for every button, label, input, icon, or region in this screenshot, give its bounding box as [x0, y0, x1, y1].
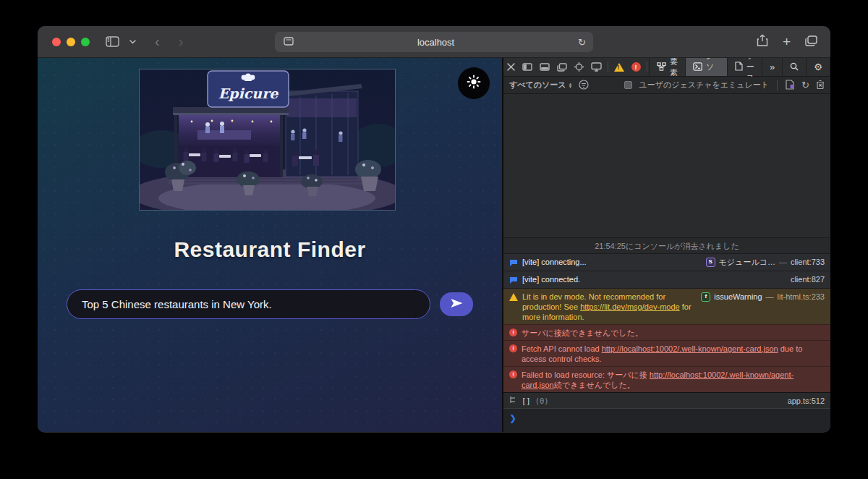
device-mode-icon[interactable] — [587, 58, 605, 76]
console-error-row[interactable]: ! Fetch API cannot load http://localhost… — [503, 340, 830, 366]
minimize-window-button[interactable] — [67, 38, 75, 46]
prompt-chevron-icon: ❯ — [509, 413, 516, 423]
restaurant-finder-app: Epicure — [38, 58, 502, 432]
source-link[interactable]: lit-html.ts:233 — [778, 292, 825, 302]
source-filter-select[interactable]: すべてのソース — [509, 80, 566, 90]
meta-dash: — — [779, 257, 787, 267]
warnings-count-icon[interactable] — [610, 58, 628, 76]
result-value: [] — [522, 396, 531, 406]
source-link[interactable]: client:827 — [791, 274, 825, 284]
console-log-row[interactable]: [vite] connecting... S モジュールコ… — client:… — [503, 253, 830, 271]
refresh-icon[interactable]: ↻ — [801, 80, 809, 90]
console-error-row[interactable]: ! サーバに接続できませんでした。 — [503, 324, 830, 340]
console-warning-row[interactable]: Lit is in dev mode. Not recommended for … — [503, 288, 830, 324]
badge-label: issueWarning — [714, 292, 762, 302]
more-tabs-button[interactable]: » — [762, 58, 782, 76]
elements-icon — [657, 62, 666, 72]
error-text: サーバに接続できませんでした。 — [522, 328, 825, 338]
source-link[interactable]: client:733 — [791, 257, 825, 267]
gear-icon: ⚙ — [814, 62, 822, 72]
zoom-window-button[interactable] — [81, 38, 90, 46]
errors-count-icon[interactable]: ! — [628, 58, 644, 76]
emulate-user-gesture-checkbox[interactable] — [624, 81, 632, 89]
select-chevrons-icon: ▲▼ — [569, 82, 573, 88]
console-log-area[interactable]: 21:54:25にコンソールが消去されました [vite] connecting… — [503, 94, 830, 432]
eval-result-icon — [509, 396, 517, 406]
error-text: Failed to load resource: サーバに接 http://lo… — [522, 370, 825, 390]
filter-icon[interactable] — [579, 80, 589, 91]
console-cleared-text: 21:54:25にコンソールが消去されました — [595, 241, 739, 251]
page-icon — [284, 37, 294, 48]
sun-icon — [467, 75, 481, 92]
close-window-button[interactable] — [52, 38, 61, 46]
warning-icon — [509, 293, 518, 301]
tab-sources[interactable]: ソース — [727, 58, 762, 76]
restaurant-hero-image: Epicure — [139, 69, 396, 211]
page-title: Restaurant Finder — [38, 237, 502, 262]
log-bubble-icon — [509, 258, 518, 268]
search-icon — [790, 62, 799, 72]
log-text: [vite] connected. — [522, 274, 786, 284]
settings-button[interactable]: ⚙ — [806, 58, 830, 76]
forward-button[interactable]: › — [179, 33, 184, 50]
overflow-icon: » — [770, 62, 775, 72]
inspect-element-icon[interactable] — [571, 58, 587, 76]
console-icon — [693, 62, 702, 72]
tab-elements-label: 要素 — [670, 56, 678, 78]
sidebar-toggle-icon[interactable] — [106, 36, 119, 47]
module-badge-icon: S — [706, 258, 715, 267]
console-cleared-row: 21:54:25にコンソールが消去されました — [503, 237, 830, 253]
svg-text:Epicure: Epicure — [218, 85, 278, 101]
search-button[interactable] — [782, 58, 806, 76]
meta-dash: — — [766, 292, 774, 302]
badge-label: モジュールコ… — [719, 257, 775, 267]
document-icon — [735, 62, 743, 72]
warning-link[interactable]: https://lit.dev/msg/dev-mode — [580, 302, 680, 311]
error-link[interactable]: http://localhost:10002/.well-known/agent… — [602, 344, 778, 353]
log-text: [vite] connecting... — [522, 257, 702, 267]
tab-console[interactable]: コンソール — [685, 58, 727, 76]
browser-titlebar: ‹ › localhost ↻ + — [38, 26, 830, 58]
send-button[interactable] — [440, 292, 473, 316]
warning-text: Lit is in dev mode. Not recommended for … — [522, 292, 697, 322]
source-link[interactable]: app.ts:512 — [788, 396, 825, 406]
result-count: (0) — [535, 396, 549, 406]
url-bar[interactable]: localhost ↻ — [275, 32, 593, 52]
safari-window: ‹ › localhost ↻ + — [38, 26, 830, 433]
log-bubble-icon — [509, 276, 518, 286]
tab-elements[interactable]: 要素 — [649, 58, 685, 76]
clear-console-icon[interactable] — [816, 80, 825, 90]
tab-overview-icon[interactable] — [805, 35, 817, 49]
web-inspector: ! 要素 コンソール — [502, 58, 830, 432]
console-prompt[interactable]: ❯ — [503, 408, 830, 432]
close-inspector-icon[interactable] — [503, 58, 519, 76]
undock-icon[interactable] — [553, 58, 571, 76]
new-tab-icon[interactable]: + — [783, 34, 791, 50]
console-error-row[interactable]: ! Failed to load resource: サーバに接 http://… — [503, 366, 830, 392]
query-input[interactable] — [67, 289, 430, 319]
error-icon: ! — [509, 370, 517, 378]
console-result-row[interactable]: [] (0) app.ts:512 — [503, 392, 830, 408]
dock-side-icon[interactable] — [519, 58, 536, 76]
function-badge-icon: f — [701, 292, 710, 302]
emulate-user-gesture-label: ユーザのジェスチャをエミュレート — [639, 80, 769, 90]
error-icon: ! — [509, 344, 517, 352]
error-icon: ! — [509, 328, 517, 336]
theme-toggle-button[interactable] — [458, 67, 490, 99]
share-icon[interactable] — [757, 34, 768, 50]
reload-icon[interactable]: ↻ — [578, 37, 586, 48]
inspector-toolbar: ! 要素 コンソール — [503, 58, 830, 77]
error-text: Fetch API cannot load http://localhost:1… — [522, 344, 825, 364]
chevron-down-icon[interactable] — [129, 40, 136, 44]
back-button[interactable]: ‹ — [155, 33, 160, 50]
dock-bottom-icon[interactable] — [536, 58, 553, 76]
send-icon — [450, 298, 464, 310]
traffic-lights — [38, 38, 90, 46]
console-filter-bar: すべてのソース ▲▼ ユーザのジェスチャをエミュレート ↻ — [503, 77, 830, 94]
export-console-icon[interactable] — [786, 80, 795, 91]
url-text: localhost — [294, 37, 578, 48]
console-log-row[interactable]: [vite] connected. client:827 — [503, 271, 830, 288]
